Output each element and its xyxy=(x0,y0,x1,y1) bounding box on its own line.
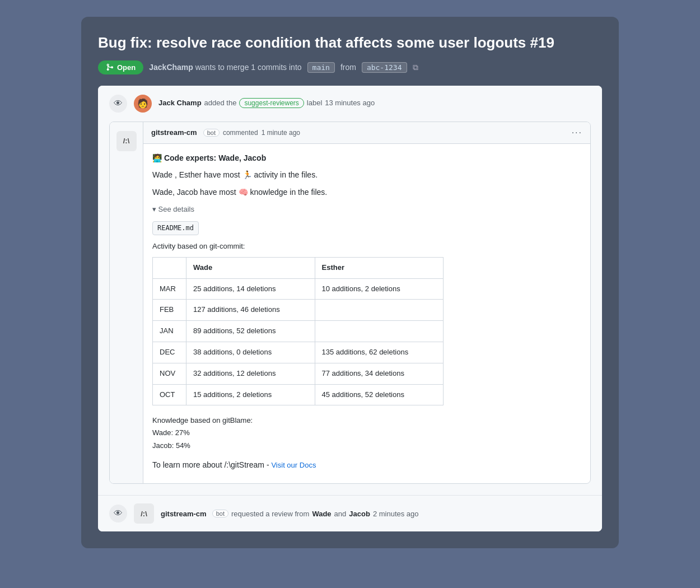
bottom-eye-icon-wrap: 👁 xyxy=(109,505,127,522)
timeline-actor: Jack Champ xyxy=(158,99,202,107)
table-row: DEC38 additions, 0 deletions135 addition… xyxy=(153,342,444,363)
code-experts-heading: 🧑‍💻 Code experts: Wade, Jacob xyxy=(152,152,581,164)
comment-header-left: gitstream-cm bot commented 1 minute ago xyxy=(151,128,300,137)
knowledge-line: Wade, Jacob have most 🧠 knowledge in the… xyxy=(152,186,581,198)
docs-link[interactable]: Visit our Docs xyxy=(271,461,316,469)
eye-icon: 👁 xyxy=(114,99,123,109)
table-row: JAN89 additions, 52 deletions xyxy=(153,321,444,342)
activity-line: Wade , Esther have most 🏃 activity in th… xyxy=(152,169,581,181)
pr-title: Bug fix: resolve race condition that aff… xyxy=(98,34,602,53)
reviewer-wade: Wade xyxy=(312,510,331,518)
table-cell-esther xyxy=(315,300,444,321)
table-cell-esther: 10 additions, 2 deletions xyxy=(315,278,444,300)
table-cell-month: MAR xyxy=(153,278,186,300)
table-cell-wade: 127 additions, 46 deletions xyxy=(186,300,315,321)
comment-author: gitstream-cm xyxy=(151,128,197,137)
bottom-author: gitstream-cm xyxy=(161,510,207,518)
activity-table: Wade Esther MAR25 additions, 14 deletion… xyxy=(152,257,444,406)
base-branch-badge[interactable]: main xyxy=(307,62,335,73)
knowledge-section: Knowledge based on gitBlame: Wade: 27% J… xyxy=(152,414,581,451)
comment-body: 🧑‍💻 Code experts: Wade, Jacob Wade , Est… xyxy=(143,144,590,484)
table-cell-month: JAN xyxy=(153,321,186,342)
table-cell-esther: 45 additions, 52 deletions xyxy=(315,384,444,405)
table-col-month xyxy=(153,257,186,278)
readme-file-badge: README.md xyxy=(152,221,199,235)
docs-paragraph: To learn more about /:\gitStream - Visit… xyxy=(152,459,581,472)
table-row: FEB127 additions, 46 deletions xyxy=(153,300,444,321)
timeline-label-event: 👁 🧑 Jack Champ added the suggest-reviewe… xyxy=(98,86,602,122)
table-cell-month: NOV xyxy=(153,363,186,384)
table-cell-wade: 38 additions, 0 deletions xyxy=(186,342,315,363)
table-row: MAR25 additions, 14 deletions10 addition… xyxy=(153,278,444,300)
comment-sidebar: /:\ xyxy=(110,122,143,484)
avatar-emoji: 🧑 xyxy=(137,98,148,109)
activity-label: Activity based on git-commit: xyxy=(152,241,581,253)
comment-time: 1 minute ago xyxy=(262,129,300,137)
table-row: OCT15 additions, 2 deletions45 additions… xyxy=(153,384,444,405)
gitstream-logo-icon: /:\ xyxy=(116,131,137,151)
eye-icon-wrap: 👁 xyxy=(109,95,127,113)
timeline-review-event: 👁 /:\ gitstream-cm bot requested a revie… xyxy=(98,495,602,531)
table-cell-month: OCT xyxy=(153,384,186,405)
bottom-eye-icon: 👁 xyxy=(114,508,123,519)
table-cell-esther: 77 additions, 34 deletions xyxy=(315,363,444,384)
suggest-reviewers-label: suggest-reviewers xyxy=(239,98,304,108)
bottom-gitstream-logo: /:\ xyxy=(134,503,154,524)
table-cell-wade: 32 additions, 12 deletions xyxy=(186,363,315,384)
timeline-label-text: Jack Champ added the suggest-reviewers l… xyxy=(158,95,375,108)
table-cell-wade: 15 additions, 2 deletions xyxy=(186,384,315,405)
comment-box: /:\ gitstream-cm bot commented 1 minute … xyxy=(109,122,591,484)
timeline-review-text: gitstream-cm bot requested a review from… xyxy=(161,510,419,518)
table-cell-esther: 135 additions, 62 deletions xyxy=(315,342,444,363)
table-cell-esther xyxy=(315,321,444,342)
comment-header: gitstream-cm bot commented 1 minute ago … xyxy=(143,122,590,144)
comment-menu-icon[interactable]: ··· xyxy=(572,128,582,138)
pr-container: Bug fix: resolve race condition that aff… xyxy=(81,17,619,548)
git-merge-icon xyxy=(106,63,114,71)
table-header-row: Wade Esther xyxy=(153,257,444,278)
comment-verb: commented xyxy=(223,129,258,137)
table-cell-wade: 25 additions, 14 deletions xyxy=(186,278,315,300)
copy-icon[interactable]: ⧉ xyxy=(413,63,418,72)
comment-header-right: ··· xyxy=(572,128,582,138)
table-row: NOV32 additions, 12 deletions77 addition… xyxy=(153,363,444,384)
pr-author: JackChamp wants to merge 1 commits into xyxy=(149,63,301,72)
table-cell-month: DEC xyxy=(153,342,186,363)
main-content: 👁 🧑 Jack Champ added the suggest-reviewe… xyxy=(98,86,602,532)
from-label: from xyxy=(340,63,356,72)
head-branch-badge[interactable]: abc-1234 xyxy=(362,62,407,73)
table-cell-wade: 89 additions, 52 deletions xyxy=(186,321,315,342)
status-badge: Open xyxy=(98,60,143,74)
comment-main: gitstream-cm bot commented 1 minute ago … xyxy=(143,122,590,484)
table-cell-month: FEB xyxy=(153,300,186,321)
pr-meta: Open JackChamp wants to merge 1 commits … xyxy=(98,60,602,74)
file-badge-wrap: README.md xyxy=(152,221,581,241)
bottom-bot-badge: bot xyxy=(212,510,228,517)
bot-badge: bot xyxy=(203,129,220,137)
see-details-toggle[interactable]: ▾ See details xyxy=(152,204,194,216)
author-avatar: 🧑 xyxy=(134,95,152,113)
reviewer-jacob: Jacob xyxy=(349,510,370,518)
table-col-wade: Wade xyxy=(186,257,315,278)
table-col-esther: Esther xyxy=(315,257,444,278)
